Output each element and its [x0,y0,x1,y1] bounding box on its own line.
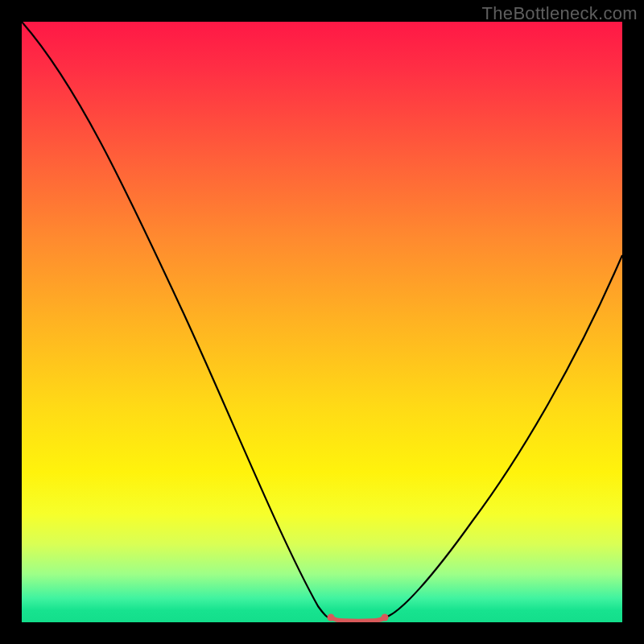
flat-endpoint-left [328,614,335,621]
flat-minimum-segment [331,617,385,621]
right-branch-curve [385,255,622,617]
left-branch-curve [22,22,331,618]
curve-layer [22,22,622,622]
watermark-text: TheBottleneck.com [482,3,638,24]
chart-frame: TheBottleneck.com [0,0,644,644]
plot-area [22,22,622,622]
flat-endpoint-right [382,614,389,621]
